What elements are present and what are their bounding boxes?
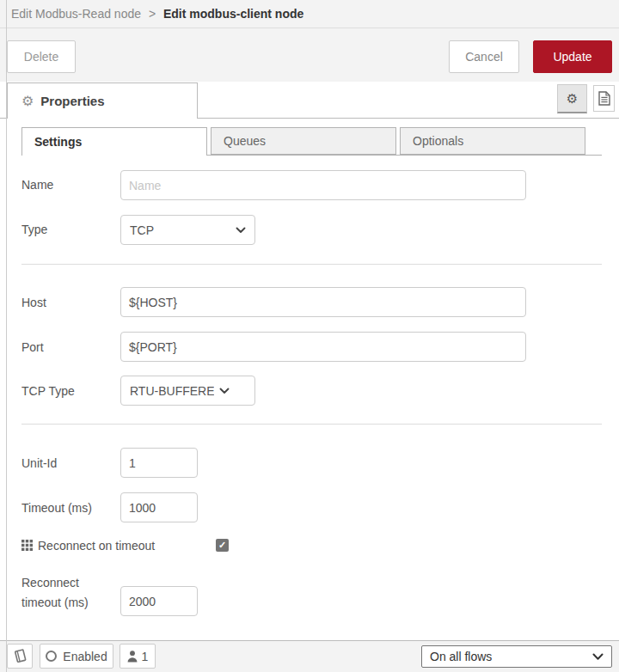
scope-select[interactable]: On all flows bbox=[421, 645, 612, 668]
enabled-toggle-button[interactable]: Enabled bbox=[40, 644, 113, 669]
tcp-type-label: TCP Type bbox=[21, 384, 75, 398]
tab-settings[interactable]: Settings bbox=[21, 127, 207, 156]
gear-icon: ⚙ bbox=[567, 91, 578, 107]
tab-optionals[interactable]: Optionals bbox=[400, 127, 585, 155]
breadcrumb-current: Edit modbus-client node bbox=[163, 7, 303, 21]
reconnect-checkbox[interactable] bbox=[216, 539, 229, 552]
node-settings-button[interactable]: ⚙ bbox=[557, 84, 587, 113]
cancel-button[interactable]: Cancel bbox=[449, 40, 519, 73]
reconnect-label: Reconnect on timeout bbox=[38, 539, 155, 553]
tab-queues[interactable]: Queues bbox=[211, 127, 396, 155]
book-icon bbox=[13, 649, 28, 663]
breadcrumb-parent-link[interactable]: Edit Modbus-Read node bbox=[11, 7, 141, 21]
type-select-value: TCP bbox=[130, 223, 230, 237]
tcp-type-select[interactable]: RTU-BUFFERED bbox=[120, 376, 255, 406]
unit-id-label: Unit-Id bbox=[21, 456, 57, 470]
host-label: Host bbox=[21, 296, 46, 309]
gear-icon: ⚙ bbox=[21, 95, 34, 108]
delete-button[interactable]: Delete bbox=[7, 40, 76, 73]
chevron-down-icon bbox=[219, 388, 230, 394]
reconnect-timeout-field[interactable] bbox=[120, 586, 198, 616]
reconnect-timeout-label: Reconnect timeout (ms) bbox=[21, 573, 107, 613]
chevron-down-icon bbox=[592, 653, 604, 661]
instance-count-button[interactable]: 1 bbox=[120, 644, 156, 669]
tcp-type-select-value: RTU-BUFFERED bbox=[130, 384, 214, 398]
tray-toolbar bbox=[0, 28, 619, 82]
enabled-label: Enabled bbox=[63, 650, 107, 663]
breadcrumb: Edit Modbus-Read node > Edit modbus-clie… bbox=[0, 0, 619, 28]
node-description-button[interactable] bbox=[593, 85, 615, 112]
scope-select-value: On all flows bbox=[430, 650, 592, 663]
status-circle-icon bbox=[46, 651, 57, 662]
name-field[interactable] bbox=[120, 170, 526, 200]
port-field[interactable] bbox=[120, 332, 526, 362]
unit-id-field[interactable] bbox=[120, 448, 198, 478]
breadcrumb-separator: > bbox=[149, 7, 156, 21]
properties-tab[interactable]: ⚙ Properties bbox=[7, 82, 198, 119]
section-divider bbox=[21, 264, 602, 265]
document-icon bbox=[598, 91, 610, 106]
properties-tab-label: Properties bbox=[40, 94, 104, 108]
port-label: Port bbox=[21, 340, 44, 354]
name-label: Name bbox=[21, 178, 53, 192]
timeout-field[interactable] bbox=[120, 492, 198, 522]
timeout-label: Timeout (ms) bbox=[21, 501, 92, 515]
type-select[interactable]: TCP bbox=[120, 215, 255, 245]
section-divider bbox=[21, 424, 602, 425]
host-field[interactable] bbox=[120, 287, 526, 317]
edit-node-dialog: Edit Modbus-Read node > Edit modbus-clie… bbox=[0, 0, 619, 672]
instance-count-value: 1 bbox=[142, 650, 149, 663]
update-button[interactable]: Update bbox=[533, 40, 612, 73]
user-icon bbox=[127, 651, 138, 663]
type-label: Type bbox=[21, 223, 47, 236]
library-button[interactable] bbox=[7, 644, 33, 669]
grid-icon bbox=[21, 540, 33, 551]
chevron-down-icon bbox=[236, 227, 246, 234]
